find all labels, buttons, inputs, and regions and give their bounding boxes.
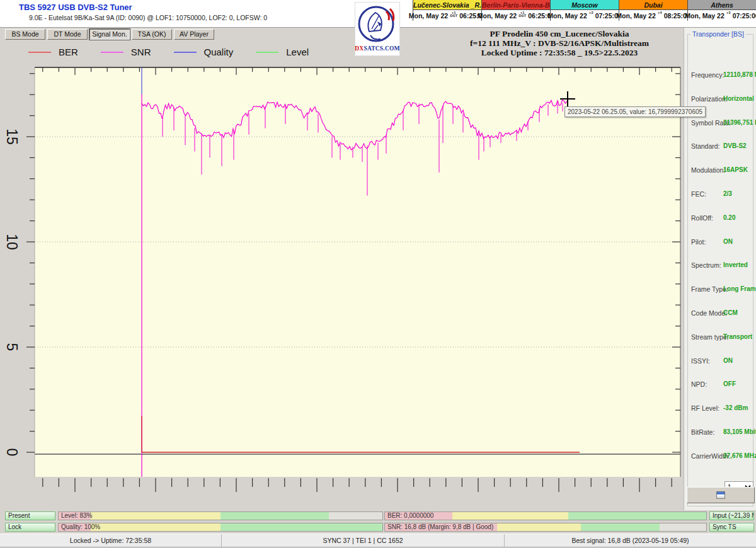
level-bar: Level: 83%: [58, 511, 383, 520]
dxsatcs-logo: DXSATCS.COM: [355, 2, 400, 56]
transponder-panel: Transponder [BS] Frequency:12110,878 MHz…: [684, 28, 756, 510]
transponder-row-pilot: Pilot:ON: [688, 238, 754, 247]
legend-label: Level: [286, 47, 309, 57]
transponder-value: 2/3: [723, 190, 732, 197]
y-tick-label-0: 0: [0, 441, 26, 464]
signal-chart: [25, 63, 684, 498]
transponder-row-standard: Standard:DVB-S2: [688, 142, 754, 151]
legend-swatch-level: [256, 52, 278, 53]
transponder-value: 37,676 MHz: [723, 452, 756, 459]
transponder-row-issyi: ISSYI:ON: [688, 357, 754, 366]
transponder-row-npd: NPD:OFF: [688, 380, 754, 389]
transponder-row-spectrum: Spectrum:Inverted: [688, 261, 754, 270]
lock-indicator: Lock: [5, 523, 55, 532]
clock-city-label: Lučenec-Slovakia _R.Dávid: [413, 0, 481, 10]
legend-item-quality: Quality: [174, 47, 234, 57]
tab-bs-mode[interactable]: BS Mode: [5, 29, 45, 40]
transponder-label: Frequency:: [691, 71, 724, 79]
transponder-label: RollOff:: [691, 214, 713, 222]
legend-label: BER: [59, 47, 78, 57]
transponder-label: FEC:: [691, 190, 706, 198]
chart-title-block: PF Prodelin 450 cm_Lucenec/Slovakia f=12…: [435, 29, 684, 57]
transponder-row-rolloff: RollOff:0.20: [688, 214, 754, 223]
transponder-value: -32 dBm: [723, 404, 748, 411]
panel-action-button[interactable]: [687, 487, 755, 503]
y-tick-label-5: 5: [0, 336, 26, 358]
world-clocks: Lučenec-Slovakia _R.DávidMon, May 22+1DS…: [413, 0, 756, 21]
logo-dx: DX: [355, 45, 364, 52]
present-indicator: Present: [5, 511, 55, 520]
logo-text: DXSATCS.COM: [355, 45, 399, 52]
transponder-row-carrierwidth: CarrierWidth:37,676 MHz: [688, 452, 754, 461]
tab-dt-mode[interactable]: DT Mode: [47, 29, 88, 40]
ber-bar: BER: 0,0000000: [384, 511, 707, 520]
tab-signal-mon[interactable]: Signal Mon.: [89, 29, 130, 40]
transponder-label: Pilot:: [691, 238, 706, 246]
chart-title-line1: PF Prodelin 450 cm_Lucenec/Slovakia: [435, 29, 684, 38]
transponder-value: Horizontal: [723, 95, 754, 102]
tab-av-player[interactable]: AV Player: [174, 29, 214, 40]
transponder-value: 31396,751 KS/s: [723, 119, 756, 126]
snr-bar: SNR: 16,8 dB (Margin: 9,8 dB | Good): [384, 523, 707, 532]
status-bar: Locked -> Uptime: 72:35:58 SYNC 37 | TEI…: [0, 534, 756, 547]
transponder-value: Long Frame: [723, 285, 756, 292]
transponder-value: 83,105 Mbit/s: [723, 428, 756, 435]
clock-time: Mon, May 22+4 08:25:06: [619, 10, 687, 21]
clock-city-label: Berlin-Paris-Vienna-Belgrade: [482, 0, 550, 10]
transponder-row-polarization: Polarization:Horizontal: [688, 95, 754, 104]
transponder-row-rflevel: RF Level:-32 dBm: [688, 404, 754, 413]
clock-city-label: Athens: [688, 0, 756, 10]
transponder-value: 16APSK: [723, 166, 748, 173]
transponder-title: Transponder [BS]: [690, 30, 746, 38]
crosshair-icon: [567, 91, 568, 106]
status-uptime: Locked -> Uptime: 72:35:58: [0, 534, 222, 547]
transponder-row-codemode: Code Mode:CCM: [688, 309, 754, 318]
legend-swatch-quality: [174, 52, 197, 53]
legend-label: SNR: [131, 47, 151, 57]
transponder-value: ON: [723, 357, 733, 364]
transponder-row-fec: FEC:2/3: [688, 190, 754, 199]
legend-item-level: Level: [256, 47, 309, 57]
clock-time: Mon, May 22+3 07:25:06: [688, 10, 756, 21]
transponder-value: ON: [723, 238, 733, 245]
clock-4: AthensMon, May 22+3 07:25:06: [687, 0, 756, 21]
tab-tsa-ok[interactable]: TSA (OK): [132, 29, 172, 40]
transponder-value: 0.20: [723, 214, 735, 221]
transponder-row-streamtype: Stream type:Transport: [688, 333, 754, 342]
transponder-label: Spectrum:: [691, 261, 721, 269]
app-window: TBS 5927 USB DVB-S2 Tuner 9.0E - Eutelsa…: [0, 0, 756, 548]
transponder-value: OFF: [723, 380, 736, 387]
quality-bar: Quality: 100%: [58, 523, 383, 532]
chart-title-line3: Locked Uptime : 72:35:58 _ 19.5>22.5.202…: [435, 48, 684, 57]
clock-2: MoscowMon, May 22+3 07:25:06: [550, 0, 619, 21]
legend-swatch-ber: [28, 52, 51, 53]
transponder-value: Transport: [723, 333, 752, 340]
legend-swatch-snr: [101, 52, 123, 53]
clock-city-label: Dubai: [619, 0, 687, 10]
app-title: TBS 5927 USB DVB-S2 Tuner: [19, 3, 132, 12]
transponder-label: ISSYI:: [691, 357, 710, 365]
transponder-label: NPD:: [691, 380, 707, 388]
transponder-groupbox: Transponder [BS] Frequency:12110,878 MHz…: [687, 34, 753, 506]
chart-title-line2: f=12 111 MHz_V : DVB-S2/16APSK/Multistre…: [435, 38, 684, 48]
status-best-signal: Best signal: 16,8 dB (2023-05-19 05:49): [505, 534, 756, 547]
transponder-value: CCM: [723, 309, 738, 316]
transponder-value: 12110,878 MHz: [723, 71, 756, 78]
clock-time: Mon, May 22+1DST06:25:06: [482, 10, 550, 21]
legend-item-ber: BER: [28, 47, 78, 57]
transponder-row-frequency: Frequency:12110,878 MHz: [688, 71, 754, 80]
transponder-value: DVB-S2: [723, 142, 747, 149]
legend-item-snr: SNR: [101, 47, 151, 57]
status-sync-counters: SYNC 37 | TEI 1 | CC 1652: [222, 534, 505, 547]
sync-ts-indicator: Sync TS: [709, 523, 754, 532]
transponder-label: RF Level:: [691, 404, 719, 412]
transponder-label: Standard:: [691, 142, 720, 150]
transponder-label: Code Mode:: [691, 309, 727, 317]
logo-satcs: SATCS.COM: [364, 45, 399, 52]
transponder-label: Polarization:: [691, 95, 728, 103]
input-indicator: Input (~21,39 Mbps): [709, 511, 754, 520]
transponder-value: Inverted: [723, 261, 748, 268]
transponder-row-bitrate: BitRate:83,105 Mbit/s: [688, 428, 754, 437]
chart-tooltip: 2023-05-22 06.25.05, value: 16,799999237…: [564, 106, 706, 117]
transponder-label: Modulation:: [691, 166, 725, 174]
